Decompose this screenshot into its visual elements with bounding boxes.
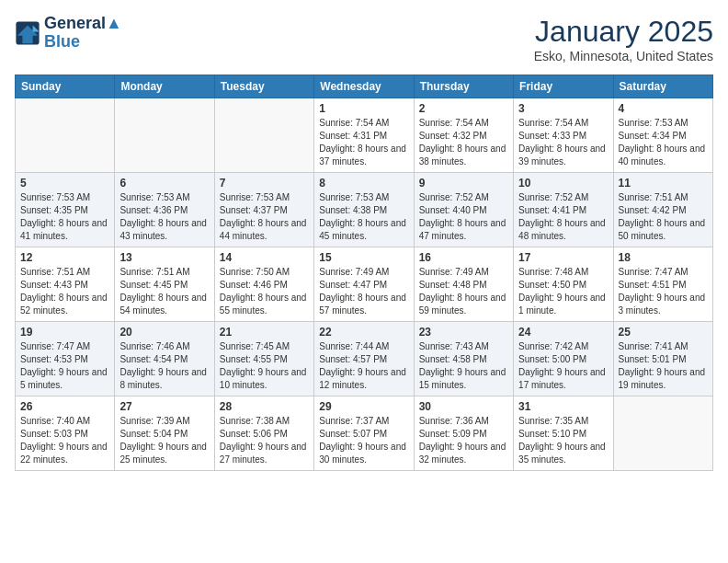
day-number: 8 [319,177,408,190]
calendar-day-26: 26Sunrise: 7:40 AM Sunset: 5:03 PM Dayli… [16,396,115,471]
day-number: 10 [518,177,608,190]
calendar-day-24: 24Sunrise: 7:42 AM Sunset: 5:00 PM Dayli… [514,322,613,396]
calendar-table: SundayMondayTuesdayWednesdayThursdayFrid… [15,75,713,471]
day-info: Sunrise: 7:48 AM Sunset: 4:50 PM Dayligh… [518,266,608,317]
day-info: Sunrise: 7:54 AM Sunset: 4:31 PM Dayligh… [319,117,408,168]
calendar-day-14: 14Sunrise: 7:50 AM Sunset: 4:46 PM Dayli… [214,247,313,322]
calendar-day-20: 20Sunrise: 7:46 AM Sunset: 4:54 PM Dayli… [115,322,214,396]
day-info: Sunrise: 7:39 AM Sunset: 5:04 PM Dayligh… [119,415,209,466]
day-info: Sunrise: 7:37 AM Sunset: 5:07 PM Dayligh… [319,415,408,466]
day-info: Sunrise: 7:51 AM Sunset: 4:42 PM Dayligh… [619,191,708,243]
calendar-day-22: 22Sunrise: 7:44 AM Sunset: 4:57 PM Dayli… [314,322,414,396]
day-number: 20 [119,326,209,339]
day-info: Sunrise: 7:53 AM Sunset: 4:38 PM Dayligh… [319,191,408,243]
day-number: 24 [518,326,608,339]
day-info: Sunrise: 7:38 AM Sunset: 5:06 PM Dayligh… [220,415,309,466]
calendar-header-row: SundayMondayTuesdayWednesdayThursdayFrid… [16,75,713,98]
calendar-week-5: 26Sunrise: 7:40 AM Sunset: 5:03 PM Dayli… [16,396,713,471]
calendar-day-19: 19Sunrise: 7:47 AM Sunset: 4:53 PM Dayli… [16,322,115,396]
calendar-day-13: 13Sunrise: 7:51 AM Sunset: 4:45 PM Dayli… [115,247,214,322]
day-header-tuesday: Tuesday [214,75,313,98]
day-header-sunday: Sunday [16,75,115,98]
day-number: 9 [419,177,508,190]
day-info: Sunrise: 7:54 AM Sunset: 4:32 PM Dayligh… [419,117,508,168]
calendar-day-12: 12Sunrise: 7:51 AM Sunset: 4:43 PM Dayli… [16,247,115,322]
calendar-day-25: 25Sunrise: 7:41 AM Sunset: 5:01 PM Dayli… [613,322,712,396]
calendar-day-3: 3Sunrise: 7:54 AM Sunset: 4:33 PM Daylig… [514,98,613,173]
calendar-day-8: 8Sunrise: 7:53 AM Sunset: 4:38 PM Daylig… [314,173,414,247]
day-header-friday: Friday [514,75,613,98]
day-info: Sunrise: 7:42 AM Sunset: 5:00 PM Dayligh… [518,340,608,392]
calendar-week-4: 19Sunrise: 7:47 AM Sunset: 4:53 PM Dayli… [16,322,713,396]
day-info: Sunrise: 7:41 AM Sunset: 5:01 PM Dayligh… [619,340,708,392]
calendar-day-5: 5Sunrise: 7:53 AM Sunset: 4:35 PM Daylig… [16,173,115,247]
day-number: 18 [619,251,708,264]
calendar-day-4: 4Sunrise: 7:53 AM Sunset: 4:34 PM Daylig… [613,98,712,173]
day-number: 28 [220,400,309,413]
calendar-day-27: 27Sunrise: 7:39 AM Sunset: 5:04 PM Dayli… [115,396,214,471]
calendar-day-1: 1Sunrise: 7:54 AM Sunset: 4:31 PM Daylig… [314,98,414,173]
day-number: 25 [619,326,708,339]
calendar-day-11: 11Sunrise: 7:51 AM Sunset: 4:42 PM Dayli… [613,173,712,247]
day-number: 11 [619,177,708,190]
calendar-day-17: 17Sunrise: 7:48 AM Sunset: 4:50 PM Dayli… [514,247,613,322]
day-number: 22 [319,326,408,339]
day-number: 19 [20,326,109,339]
day-number: 13 [119,251,209,264]
day-number: 21 [220,326,309,339]
day-number: 30 [419,400,508,413]
day-number: 15 [319,251,408,264]
logo-text: General▲ Blue [44,15,122,52]
logo: General▲ Blue [15,15,122,52]
day-info: Sunrise: 7:36 AM Sunset: 5:09 PM Dayligh… [419,415,508,466]
calendar-day-9: 9Sunrise: 7:52 AM Sunset: 4:40 PM Daylig… [414,173,513,247]
subtitle: Esko, Minnesota, United States [534,49,713,63]
day-header-monday: Monday [115,75,214,98]
calendar-day-28: 28Sunrise: 7:38 AM Sunset: 5:06 PM Dayli… [214,396,313,471]
calendar-week-1: 1Sunrise: 7:54 AM Sunset: 4:31 PM Daylig… [16,98,713,173]
calendar-day-21: 21Sunrise: 7:45 AM Sunset: 4:55 PM Dayli… [214,322,313,396]
day-number: 3 [518,102,608,115]
day-info: Sunrise: 7:49 AM Sunset: 4:48 PM Dayligh… [419,266,508,317]
calendar-week-3: 12Sunrise: 7:51 AM Sunset: 4:43 PM Dayli… [16,247,713,322]
day-number: 27 [119,400,209,413]
calendar-day-30: 30Sunrise: 7:36 AM Sunset: 5:09 PM Dayli… [414,396,513,471]
day-info: Sunrise: 7:40 AM Sunset: 5:03 PM Dayligh… [20,415,109,466]
day-number: 16 [419,251,508,264]
empty-cell [16,98,115,173]
day-number: 1 [319,102,408,115]
calendar-day-23: 23Sunrise: 7:43 AM Sunset: 4:58 PM Dayli… [414,322,513,396]
calendar-day-2: 2Sunrise: 7:54 AM Sunset: 4:32 PM Daylig… [414,98,513,173]
day-number: 7 [220,177,309,190]
day-info: Sunrise: 7:53 AM Sunset: 4:36 PM Dayligh… [119,191,209,243]
day-info: Sunrise: 7:47 AM Sunset: 4:51 PM Dayligh… [619,266,708,317]
day-info: Sunrise: 7:50 AM Sunset: 4:46 PM Dayligh… [220,266,309,317]
day-info: Sunrise: 7:49 AM Sunset: 4:47 PM Dayligh… [319,266,408,317]
day-info: Sunrise: 7:44 AM Sunset: 4:57 PM Dayligh… [319,340,408,392]
day-info: Sunrise: 7:53 AM Sunset: 4:35 PM Dayligh… [20,191,109,243]
day-number: 31 [518,400,608,413]
day-info: Sunrise: 7:54 AM Sunset: 4:33 PM Dayligh… [518,117,608,168]
day-info: Sunrise: 7:51 AM Sunset: 4:45 PM Dayligh… [119,266,209,317]
day-header-saturday: Saturday [613,75,712,98]
day-number: 12 [20,251,109,264]
day-info: Sunrise: 7:52 AM Sunset: 4:40 PM Dayligh… [419,191,508,243]
main-title: January 2025 [534,15,713,49]
day-info: Sunrise: 7:45 AM Sunset: 4:55 PM Dayligh… [220,340,309,392]
day-number: 6 [119,177,209,190]
calendar-day-15: 15Sunrise: 7:49 AM Sunset: 4:47 PM Dayli… [314,247,414,322]
day-info: Sunrise: 7:53 AM Sunset: 4:37 PM Dayligh… [220,191,309,243]
day-number: 29 [319,400,408,413]
day-number: 23 [419,326,508,339]
page-header: General▲ Blue January 2025 Esko, Minneso… [15,15,713,63]
day-number: 26 [20,400,109,413]
day-info: Sunrise: 7:52 AM Sunset: 4:41 PM Dayligh… [518,191,608,243]
day-info: Sunrise: 7:53 AM Sunset: 4:34 PM Dayligh… [619,117,708,168]
day-number: 2 [419,102,508,115]
calendar-day-10: 10Sunrise: 7:52 AM Sunset: 4:41 PM Dayli… [514,173,613,247]
empty-cell [115,98,214,173]
calendar-day-7: 7Sunrise: 7:53 AM Sunset: 4:37 PM Daylig… [214,173,313,247]
title-block: January 2025 Esko, Minnesota, United Sta… [534,15,713,63]
logo-icon [15,20,40,46]
calendar-day-29: 29Sunrise: 7:37 AM Sunset: 5:07 PM Dayli… [314,396,414,471]
